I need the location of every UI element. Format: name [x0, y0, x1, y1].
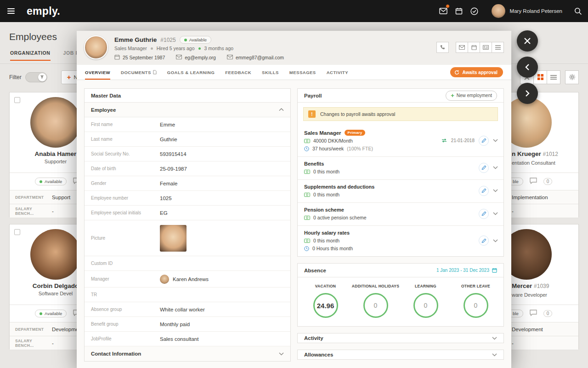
tab-overview[interactable]: OVERVIEW: [85, 65, 110, 80]
field-row: JobProfileSales consultant: [85, 332, 290, 346]
close-icon: [524, 37, 531, 45]
tab-feedback[interactable]: FEEDBACK: [225, 65, 251, 80]
status-badge: Available: [35, 310, 67, 317]
employment-title: Sales Manager: [304, 130, 341, 136]
panel-title: Master Data: [85, 89, 290, 103]
employee-id: #1039: [534, 283, 549, 289]
tab-organization[interactable]: ORGANIZATION: [10, 50, 51, 61]
tab-documents[interactable]: DOCUMENTS: [121, 65, 157, 80]
employee-role: Sales Manager: [114, 46, 147, 51]
absence-gauges: VACATION 24.96 ADDITIONAL HOLIDAYS 0 LEA…: [298, 277, 503, 326]
gauge-vacation: VACATION 24.96: [300, 284, 351, 318]
section-employee[interactable]: Employee: [85, 103, 290, 117]
money-icon: [304, 239, 310, 243]
field-value: Support: [52, 195, 70, 200]
tab-skills[interactable]: SKILLS: [262, 65, 279, 80]
menu-icon[interactable]: [0, 0, 22, 22]
payroll-section-hourly-rates: Hourly salary rates 0 this month 0 Hours…: [298, 225, 503, 256]
envelope-icon: [176, 55, 182, 60]
chat-icon[interactable]: [530, 310, 537, 318]
tenure: 3 months ago: [204, 46, 234, 51]
hired-ago: Hired 5 years ago: [157, 46, 195, 51]
employee-role: ware Developer: [512, 292, 547, 298]
absence-period[interactable]: 1 Jan 2023 - 31 Dec 2023: [436, 268, 497, 273]
modal-tabs: OVERVIEW DOCUMENTS GOALS & LEARNING FEED…: [77, 65, 511, 80]
gauge-ring: 24.96: [313, 293, 338, 318]
chevron-left-icon: [525, 63, 530, 71]
phone-icon[interactable]: [436, 42, 449, 53]
field-row: Benefit groupMonthly paid: [85, 317, 290, 332]
employee-photo: [30, 97, 81, 148]
search-icon[interactable]: [568, 0, 588, 22]
money-icon: [304, 170, 310, 174]
filter-toggle[interactable]: [25, 72, 47, 82]
previous-employee-button[interactable]: [517, 57, 538, 78]
new-employment-button[interactable]: + New employment: [446, 91, 497, 101]
field-row-manager: Manager Karen Andrews: [85, 271, 290, 288]
payroll-section-pension: Pension scheme 0 active pension scheme: [298, 202, 503, 225]
calendar-icon[interactable]: [451, 0, 467, 22]
field-row: First nameEmme: [85, 117, 290, 132]
user-menu[interactable]: Mary Roland Petersen: [492, 4, 562, 18]
employee-avatar: [84, 35, 108, 59]
chevron-down-icon[interactable]: [493, 166, 498, 169]
list-view-icon[interactable]: [547, 70, 560, 84]
edit-pencil-icon[interactable]: [479, 136, 489, 146]
gauge-additional-holidays: ADDITIONAL HOLIDAYS 0: [351, 284, 401, 318]
clock-icon: [304, 146, 309, 151]
start-date: 21-01-2018: [451, 138, 475, 143]
menu-list-icon[interactable]: [492, 42, 504, 53]
personal-email[interactable]: emmeg87@gmail.com: [236, 55, 284, 60]
awaits-approval-button[interactable]: Awaits approval: [450, 67, 503, 77]
employee-picture: [160, 225, 187, 252]
send-message-icon[interactable]: [456, 42, 468, 53]
message-count: 0: [543, 310, 553, 317]
field-row: Employee number1025: [85, 191, 290, 206]
settings-gear-icon[interactable]: [565, 70, 579, 84]
tab-activity[interactable]: ACTIVITY: [327, 65, 348, 80]
chat-icon[interactable]: [530, 178, 537, 186]
employee-name: n Krueger #1012: [512, 150, 558, 157]
status-badge: Available: [35, 178, 67, 185]
plus-icon: +: [67, 74, 71, 80]
gauge-ring: 0: [464, 293, 488, 318]
chevron-down-icon[interactable]: [493, 139, 498, 142]
section-activity[interactable]: Activity: [297, 333, 504, 343]
salary: 40000 DKK/Month: [313, 138, 353, 144]
chevron-down-icon[interactable]: [493, 212, 498, 215]
select-checkbox[interactable]: [14, 229, 20, 235]
tasks-icon[interactable]: [467, 0, 482, 22]
field-row: Employee special initialsEG: [85, 206, 290, 220]
tab-goals-learning[interactable]: GOALS & LEARNING: [167, 65, 215, 80]
date-of-birth: 25 September 1987: [123, 55, 165, 60]
money-icon: [304, 193, 310, 197]
employee-name: Corbin Delgado: [33, 282, 79, 289]
employment-row: Sales Manager Primary 40000 DKK/Month 37…: [298, 126, 503, 156]
user-avatar: [492, 4, 505, 18]
notification-badge: [446, 4, 450, 8]
edit-pencil-icon[interactable]: [479, 163, 489, 173]
next-employee-button[interactable]: [517, 83, 538, 104]
edit-pencil-icon[interactable]: [479, 209, 489, 219]
manager-name: Karen Andrews: [173, 276, 209, 282]
chevron-down-icon[interactable]: [493, 239, 498, 242]
select-checkbox[interactable]: [14, 97, 20, 103]
calendar-icon[interactable]: [468, 42, 480, 53]
section-allowances[interactable]: Allowances: [297, 350, 504, 360]
alert-icon: !: [308, 110, 316, 118]
panel-title: Absence: [304, 268, 326, 273]
messages-icon[interactable]: [435, 0, 451, 22]
chevron-down-icon[interactable]: [493, 189, 498, 192]
edit-pencil-icon[interactable]: [479, 236, 489, 246]
fte: (100% FTE): [347, 146, 373, 151]
section-contact-information[interactable]: Contact Information: [85, 346, 290, 361]
field-row: TR: [85, 288, 290, 302]
work-email[interactable]: eg@emply.org: [185, 55, 216, 60]
edit-pencil-icon[interactable]: [479, 186, 489, 196]
tab-messages[interactable]: MESSAGES: [289, 65, 316, 80]
id-card-icon[interactable]: [480, 42, 492, 53]
field-row-picture: Picture: [85, 220, 290, 256]
close-button[interactable]: [517, 30, 538, 52]
message-count: 0: [543, 178, 553, 185]
primary-badge: Primary: [345, 130, 366, 136]
